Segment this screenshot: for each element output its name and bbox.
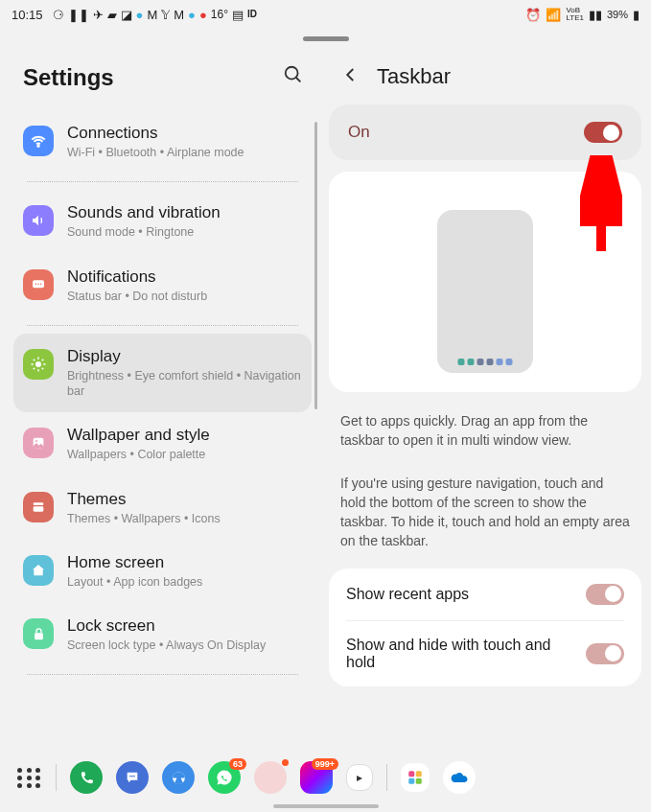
sidebar-item-display[interactable]: Display Brightness • Eye comfort shield … [13, 334, 312, 413]
signal-icon: ▮▮ [589, 9, 602, 21]
svg-rect-27 [416, 771, 422, 777]
sidebar-item-connections[interactable]: Connections Wi-Fi • Bluetooth • Airplane… [13, 110, 312, 174]
svg-point-0 [286, 67, 298, 80]
preview-card [329, 172, 641, 392]
option-recent-apps[interactable]: Show recent apps [329, 568, 641, 620]
notification-icon [23, 269, 54, 300]
twitter-icon: 𝕐 [161, 9, 170, 21]
themes-icon [23, 492, 54, 522]
svg-point-23 [131, 776, 133, 777]
search-button[interactable] [283, 64, 304, 91]
item-sub: Themes • Wallpapers • Icons [67, 511, 302, 526]
scrollbar[interactable] [314, 122, 317, 409]
taskbar-dock: 63 999+ ▸ [0, 754, 651, 800]
svg-line-12 [34, 360, 35, 361]
sidebar-item-sounds[interactable]: Sounds and vibration Sound mode • Ringto… [13, 190, 312, 253]
drag-handle[interactable] [303, 36, 349, 41]
whatsapp-app-icon[interactable]: 63 [208, 761, 241, 794]
item-sub: Sound mode • Ringtone [67, 224, 302, 240]
svg-line-13 [42, 368, 44, 370]
taskbar-toggle-card: On [329, 104, 641, 160]
svg-rect-19 [34, 506, 44, 511]
apps-button[interactable] [17, 765, 42, 790]
divider [27, 325, 298, 326]
option-touch-hold[interactable]: Show and hide with touch and hold [329, 621, 641, 686]
option-label: Show recent apps [346, 586, 574, 603]
alarm-icon: ⏰ [525, 9, 541, 21]
badge: 999+ [312, 758, 338, 770]
svg-line-1 [296, 78, 301, 82]
dock-separator [386, 764, 387, 791]
sidebar-item-themes[interactable]: Themes Themes • Wallpapers • Icons [13, 476, 312, 540]
app-icon-4[interactable] [401, 763, 430, 792]
settings-panel: Settings Connections Wi-Fi • Bluetooth •… [0, 45, 321, 764]
dock-separator [56, 764, 57, 791]
sidebar-item-wallpaper[interactable]: Wallpaper and style Wallpapers • Color p… [13, 412, 312, 476]
item-title: Connections [67, 124, 302, 143]
back-button[interactable] [342, 64, 360, 89]
gmail2-icon: M [174, 9, 184, 21]
svg-rect-28 [408, 778, 414, 784]
img-icon: ▤ [232, 9, 244, 21]
options-card: Show recent apps Show and hide with touc… [329, 568, 641, 686]
svg-rect-18 [34, 502, 44, 505]
item-title: Notifications [67, 267, 302, 287]
item-sub: Screen lock type • Always On Display [67, 638, 302, 653]
whatsapp-icon: ⚆ [53, 9, 64, 21]
item-sub: Layout • App icon badges [67, 574, 302, 590]
wifi-icon [23, 126, 54, 156]
app-icon-2[interactable]: 999+ [300, 761, 333, 794]
svg-point-6 [40, 283, 42, 285]
home-icon [23, 555, 54, 586]
svg-point-5 [37, 283, 39, 285]
sidebar-item-homescreen[interactable]: Home screen Layout • App icon badges [13, 540, 312, 603]
speaker-icon [23, 205, 54, 236]
option-label: Show and hide with touch and hold [346, 637, 574, 671]
sidebar-item-notifications[interactable]: Notifications Status bar • Do not distur… [13, 254, 312, 317]
item-title: Home screen [67, 553, 302, 572]
phone-app-icon[interactable] [70, 761, 103, 794]
touch-hold-toggle[interactable] [586, 643, 624, 664]
svg-point-24 [133, 776, 135, 777]
home-indicator[interactable] [273, 804, 379, 808]
status-bar: 10:15 ⚆ ❚❚ ✈ ▰ ◪ ● M 𝕐 M ● ● 16° ▤ ID ⏰ … [0, 0, 651, 29]
divider [27, 181, 298, 182]
recent-apps-toggle[interactable] [586, 584, 624, 605]
app-icon: ◪ [121, 9, 132, 21]
item-title: Sounds and vibration [67, 203, 302, 222]
item-sub: Wi-Fi • Bluetooth • Airplane mode [67, 145, 302, 160]
onedrive-app-icon[interactable] [443, 761, 476, 794]
svg-point-2 [37, 146, 39, 148]
gmail-icon: M [147, 9, 157, 21]
circle2-icon: ● [188, 9, 196, 21]
messages-app-icon[interactable] [116, 761, 149, 794]
battery-icon: ▮ [633, 9, 639, 21]
svg-rect-29 [416, 778, 422, 784]
detail-panel: Taskbar On Get to apps quickly. Drag an … [321, 45, 651, 764]
item-title: Themes [67, 490, 302, 509]
detail-title: Taskbar [377, 64, 451, 89]
app-icon-1[interactable] [254, 761, 287, 794]
battery-text: 39% [607, 9, 628, 20]
divider [27, 674, 298, 675]
search-icon [283, 64, 304, 85]
svg-rect-26 [408, 771, 414, 777]
app-icon-3[interactable]: ▸ [346, 764, 373, 791]
item-title: Wallpaper and style [67, 426, 302, 445]
taskbar-toggle[interactable] [584, 122, 622, 143]
circle-icon: ● [136, 9, 144, 21]
svg-point-7 [35, 361, 41, 367]
item-title: Display [67, 347, 302, 366]
rec-icon: ● [199, 9, 207, 21]
volte-text: VoBLTE1 [566, 7, 584, 22]
item-title: Lock screen [67, 616, 302, 636]
svg-point-22 [129, 776, 131, 777]
svg-point-17 [35, 440, 37, 442]
browser-app-icon[interactable] [162, 761, 195, 794]
lock-icon [23, 618, 54, 649]
phone-preview [437, 210, 533, 373]
item-sub: Status bar • Do not disturb [67, 289, 302, 304]
telegram-icon: ✈ [93, 9, 104, 21]
sidebar-item-lockscreen[interactable]: Lock screen Screen lock type • Always On… [13, 603, 312, 666]
badge: 63 [229, 758, 246, 770]
